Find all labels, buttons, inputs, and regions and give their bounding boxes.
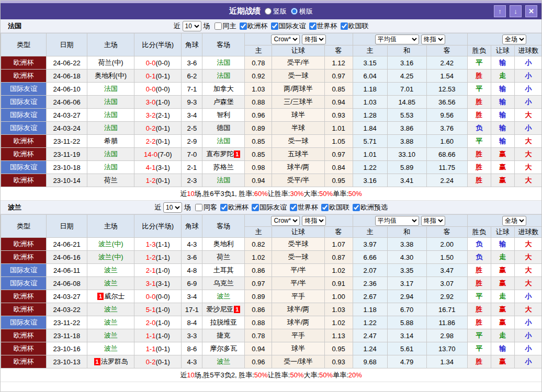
away-team-cell: 奥地利: [202, 238, 245, 251]
competition-checkbox-option[interactable]: 世界杯: [306, 21, 337, 31]
competition-checkbox-option[interactable]: 欧国联: [318, 203, 349, 212]
goals-result-cell: 小: [514, 83, 542, 96]
result-cell: 平: [467, 290, 491, 303]
average-select[interactable]: 平均值: [375, 216, 419, 226]
score-cell: 0-0(0-0): [134, 290, 182, 303]
same-venue-checkbox[interactable]: [214, 22, 222, 30]
avg-away-cell: 16.71: [426, 303, 467, 316]
avg-away-cell: 68.66: [426, 148, 467, 161]
result-cell: 胜: [467, 303, 491, 316]
same-venue-checkbox[interactable]: [195, 204, 202, 211]
competition-checkbox[interactable]: [240, 22, 247, 30]
away-team-cell: 卢森堡: [202, 96, 245, 109]
header-goals: 进球数: [514, 45, 542, 56]
layout-horizontal-option[interactable]: 横版: [291, 7, 313, 16]
same-venue-checkbox-option[interactable]: 同客: [191, 203, 217, 212]
home-odds-cell: 0.85: [245, 148, 272, 161]
full-time-score: 0-1: [146, 72, 156, 80]
league-type-cell: 欧洲杯: [1, 329, 47, 342]
competition-label: 国际友谊: [259, 203, 287, 212]
close-button[interactable]: ✕: [525, 5, 537, 17]
competition-checkbox-option[interactable]: 欧洲预选: [349, 203, 388, 212]
away-odds-cell: 1.03: [324, 303, 353, 316]
horizontal-radio[interactable]: [291, 8, 298, 15]
corner-cell: 9-3: [182, 96, 202, 109]
avg-draw-cell: 3.88: [387, 135, 426, 148]
avg-draw-cell: 3.86: [387, 122, 426, 135]
home-team-name: 波兰: [104, 318, 118, 326]
competition-checkbox[interactable]: [309, 22, 317, 30]
competition-checkbox-option[interactable]: 欧国联: [337, 21, 369, 31]
away-odds-cell: 0.91: [324, 277, 353, 290]
layout-vertical-option[interactable]: 竖版: [265, 7, 287, 16]
avg-home-cell: 6.66: [353, 251, 387, 264]
scroll-up-button[interactable]: ↑: [494, 5, 506, 17]
full-time-score: 1-3: [146, 240, 156, 248]
header-away: 客场: [202, 215, 245, 238]
competition-label: 欧洲杯: [228, 203, 249, 212]
avg-draw-cell: 4.25: [387, 70, 426, 83]
match-row: 国际友谊24-03-27法国3-2(2-1)3-4智利0.96球半0.931.2…: [1, 109, 542, 122]
handicap-result-cell: 输: [491, 238, 514, 251]
home-team-name: 法国: [104, 124, 118, 132]
home-odds-cell: 0.97: [245, 277, 272, 290]
handicap-result-cell: 赢: [491, 277, 514, 290]
competition-checkbox-option[interactable]: 国际友谊: [268, 21, 306, 31]
competition-checkbox[interactable]: [220, 204, 228, 211]
competition-checkbox-option[interactable]: 欧洲杯: [236, 21, 268, 31]
average-select[interactable]: 平均值: [375, 34, 419, 44]
average-stage-select[interactable]: 终指: [421, 34, 445, 44]
competition-checkbox[interactable]: [252, 204, 259, 211]
bookmaker-select[interactable]: Crow*: [271, 216, 300, 226]
competition-checkbox-option[interactable]: 世界杯: [287, 203, 318, 212]
same-venue-label: 同主: [223, 21, 236, 31]
avg-away-cell: 3.76: [426, 122, 467, 135]
away-team-cell: 苏格兰: [202, 161, 245, 174]
scroll-down-button[interactable]: ↓: [510, 5, 522, 17]
away-team-name: 加拿大: [213, 85, 234, 93]
home-odds-cell: 0.78: [245, 329, 272, 342]
competition-checkbox-option[interactable]: 欧洲杯: [217, 203, 249, 212]
avg-home-cell: 2.07: [353, 264, 387, 277]
odds-stage-select[interactable]: 终指: [302, 216, 326, 226]
average-odds-group-header: 平均值终指: [353, 215, 467, 227]
home-odds-cell: 1.03: [245, 83, 272, 96]
home-team-name: 波兰: [104, 279, 118, 287]
match-scope-select[interactable]: 全场: [502, 34, 526, 44]
home-team-cell: 法国: [87, 148, 134, 161]
match-scope-select[interactable]: 全场: [502, 216, 526, 226]
competition-checkbox[interactable]: [353, 204, 360, 211]
result-cell: 平: [467, 83, 491, 96]
handicap-result-cell: 输: [491, 342, 514, 355]
same-venue-checkbox-option[interactable]: 同主: [210, 21, 236, 31]
handicap-line-cell: 两/两球半: [272, 83, 324, 96]
competition-checkbox[interactable]: [271, 22, 278, 30]
away-team-cell: 智利: [202, 109, 245, 122]
handicap-line-cell: 五球半: [272, 148, 324, 161]
avg-away-cell: 13.70: [426, 342, 467, 355]
bookmaker-select[interactable]: Crow*: [271, 34, 300, 44]
avg-away-cell: 2.42: [426, 56, 467, 70]
red-card-badge: 1: [94, 358, 100, 365]
league-type-cell: 欧洲杯: [1, 148, 47, 161]
average-stage-select[interactable]: 终指: [421, 216, 445, 226]
corner-cell: 7-0: [182, 148, 202, 161]
handicap-line-cell: 三/三球半: [272, 96, 324, 109]
competition-checkbox[interactable]: [341, 22, 348, 30]
home-odds-cell: 0.85: [245, 135, 272, 148]
handicap-line-cell: 球半: [272, 109, 324, 122]
competition-checkbox-option[interactable]: 国际友谊: [249, 203, 287, 212]
match-row: 欧洲杯24-06-21波兰(中)1-3(1-1)4-3奥地利0.82受半球1.0…: [1, 238, 542, 251]
odds-stage-select[interactable]: 终指: [302, 34, 326, 44]
away-team-cell: 法国: [202, 135, 245, 148]
match-count-select[interactable]: 10: [183, 21, 201, 31]
vertical-radio[interactable]: [265, 8, 272, 15]
result-cell: 胜: [467, 96, 491, 109]
full-time-score: 3-2: [146, 111, 156, 119]
competition-checkbox[interactable]: [290, 204, 297, 211]
home-team-name: 威尔士: [104, 292, 125, 300]
away-team-cell: 德国: [202, 122, 245, 135]
match-count-select[interactable]: 10: [163, 202, 182, 213]
competition-checkbox[interactable]: [321, 204, 329, 211]
competition-label: 欧洲预选: [360, 203, 388, 212]
